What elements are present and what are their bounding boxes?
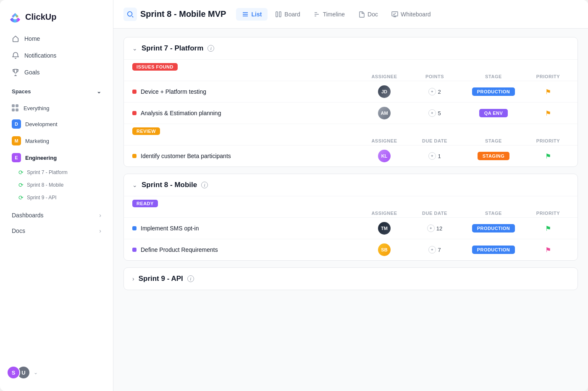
user-avatar-2: AM <box>378 107 391 119</box>
sidebar-item-notifications[interactable]: Notifications <box>3 48 110 63</box>
user-avatar-stack: S U <box>7 366 30 379</box>
task-row-sms[interactable]: Implement SMS opt-in TM ✦ 12 PRODUCTION … <box>124 217 578 239</box>
col-points-1: POINTS <box>410 74 460 79</box>
sprint-9-info-icon: i <box>187 275 194 282</box>
sidebar-item-development[interactable]: D Development <box>3 116 110 132</box>
points-icon-2: ✦ <box>428 109 436 117</box>
task-dot-yellow-1 <box>132 154 136 158</box>
task-name-device-platform: Device + Platform testing <box>132 88 359 95</box>
sidebar-item-everything[interactable]: Everything <box>3 101 110 115</box>
user-avatar-4: TM <box>378 222 391 235</box>
tab-whiteboard[interactable]: Whiteboard <box>386 8 437 21</box>
sprint-9-chevron-right: › <box>132 275 134 282</box>
flag-green-1: ⚑ <box>545 152 551 160</box>
col-stage-r: STAGE <box>460 138 527 143</box>
points-cell-2: ✦ 5 <box>410 109 460 117</box>
col-priority-r: PRIORITY <box>527 138 569 143</box>
sprint-8-ready-section: READY ASSIGNEE DUE DATE STAGE PRIORITY I… <box>124 196 578 260</box>
review-badge: REVIEW <box>132 127 160 135</box>
tab-list-label: List <box>251 11 262 18</box>
sidebar-sprint-9[interactable]: ⟳ Sprint 9 - API <box>3 192 110 203</box>
assignee-cell-3: KL <box>359 150 410 162</box>
sidebar-bottom: S U ⌄ <box>0 361 113 384</box>
points-icon-1: ✦ <box>428 88 436 95</box>
assignee-cell-5: SB <box>359 243 410 256</box>
sprint-7-title: Sprint 7 - Platform <box>142 44 203 53</box>
tab-list[interactable]: List <box>236 8 268 21</box>
sidebar-item-home[interactable]: Home <box>3 31 110 47</box>
header: Sprint 8 - Mobile MVP List Board <box>113 0 588 29</box>
task-row-product-req[interactable]: Define Product Requirements SB ✦ 7 PRODU… <box>124 239 578 260</box>
task-row-device-platform[interactable]: Device + Platform testing JD ✦ 2 PRODUCT… <box>124 81 578 102</box>
col-stage-1: STAGE <box>460 74 527 79</box>
tab-doc[interactable]: Doc <box>352 8 384 21</box>
sprint-8-chevron: ⌄ <box>132 182 137 188</box>
col-stage-8: STAGE <box>460 211 527 216</box>
points-icon-4: ✦ <box>427 225 435 232</box>
sprint-8-header[interactable]: ⌄ Sprint 8 - Mobile i <box>124 174 578 196</box>
task-row-analysis[interactable]: Analysis & Estimation planning AM ✦ 5 QA… <box>124 102 578 124</box>
flag-pink-1: ⚑ <box>545 246 551 254</box>
content-area: ⌄ Sprint 7 - Platform i ISSUES FOUND ASS… <box>113 29 588 391</box>
bell-icon <box>12 52 19 59</box>
points-icon-3: ✦ <box>428 152 436 160</box>
priority-cell-3: ⚑ <box>527 152 569 160</box>
sprint-7-review-col-headers: ASSIGNEE DUE DATE STAGE PRIORITY <box>124 138 578 145</box>
task-label-analysis: Analysis & Estimation planning <box>141 110 221 116</box>
clickup-logo-icon <box>8 10 22 24</box>
points-cell-5: ✦ 7 <box>410 246 460 254</box>
docs-chevron-icon: › <box>99 227 101 234</box>
points-value-4: 12 <box>436 225 442 232</box>
task-label-sms: Implement SMS opt-in <box>141 225 199 232</box>
sidebar-sprint-9-label: Sprint 9 - API <box>27 195 57 201</box>
sprint-7-issues-col-headers: ASSIGNEE POINTS STAGE PRIORITY <box>124 74 578 81</box>
sidebar-dashboards[interactable]: Dashboards › <box>3 208 110 223</box>
tab-timeline-label: Timeline <box>323 11 345 18</box>
timeline-tab-icon <box>314 11 320 18</box>
everything-icon <box>12 104 19 112</box>
ready-badge: READY <box>132 200 158 207</box>
points-value-2: 5 <box>438 110 441 116</box>
tab-board[interactable]: Board <box>269 8 306 21</box>
user-avatar-3: KL <box>378 150 391 162</box>
sidebar-sprint-7-label: Sprint 7 - Platform <box>27 169 68 175</box>
flag-green-2: ⚑ <box>545 225 551 232</box>
sprint-7-info-icon: i <box>207 45 214 52</box>
sprint-9-header[interactable]: › Sprint 9 - API i <box>124 268 578 290</box>
task-name-sms: Implement SMS opt-in <box>132 225 359 232</box>
spaces-section-header[interactable]: Spaces ⌄ <box>3 84 110 99</box>
main-content: Sprint 8 - Mobile MVP List Board <box>113 0 588 391</box>
task-dot-blue-1 <box>132 226 136 230</box>
sidebar: ClickUp Home Notifications Goals Spaces … <box>0 0 113 391</box>
sidebar-sprint-7[interactable]: ⟳ Sprint 7 - Platform <box>3 166 110 178</box>
sidebar-item-goals[interactable]: Goals <box>3 64 110 80</box>
points-cell-3: ✦ 1 <box>410 152 460 160</box>
sidebar-item-everything-label: Everything <box>24 105 49 111</box>
task-row-beta[interactable]: Identify customer Beta participants KL ✦… <box>124 145 578 166</box>
sidebar-item-marketing[interactable]: M Marketing <box>3 133 110 149</box>
sprint-7-review-header-row: REVIEW <box>124 124 578 138</box>
sprint-7-header[interactable]: ⌄ Sprint 7 - Platform i <box>124 37 578 59</box>
sprint-8-ready-header-row: READY <box>124 196 578 211</box>
task-name-product-req: Define Product Requirements <box>132 246 359 253</box>
sprint-7-issues-header-row: ISSUES FOUND <box>124 60 578 74</box>
sprint-9-title: Sprint 9 - API <box>139 275 183 283</box>
sidebar-docs[interactable]: Docs › <box>3 223 110 238</box>
avatar-dropdown-icon[interactable]: ⌄ <box>34 370 38 375</box>
task-dot-red-1 <box>132 90 136 94</box>
sidebar-item-engineering[interactable]: E Engineering <box>3 150 110 166</box>
col-assignee-1: ASSIGNEE <box>359 74 410 79</box>
header-title: Sprint 8 - Mobile MVP <box>140 9 226 19</box>
task-name-analysis: Analysis & Estimation planning <box>132 110 359 116</box>
tab-timeline[interactable]: Timeline <box>308 8 351 21</box>
sidebar-item-development-label: Development <box>25 121 58 127</box>
col-assignee-r: ASSIGNEE <box>359 138 410 143</box>
task-dot-purple-1 <box>132 248 136 252</box>
sidebar-item-goals-label: Goals <box>24 69 40 76</box>
sidebar-sprint-8[interactable]: ⟳ Sprint 8 - Mobile <box>3 179 110 191</box>
sprint-search-icon <box>123 8 137 21</box>
stage-production-1: PRODUCTION <box>472 87 515 96</box>
flag-yellow-2: ⚑ <box>545 109 551 117</box>
tab-board-label: Board <box>284 11 300 18</box>
stage-production-3: PRODUCTION <box>472 246 515 254</box>
